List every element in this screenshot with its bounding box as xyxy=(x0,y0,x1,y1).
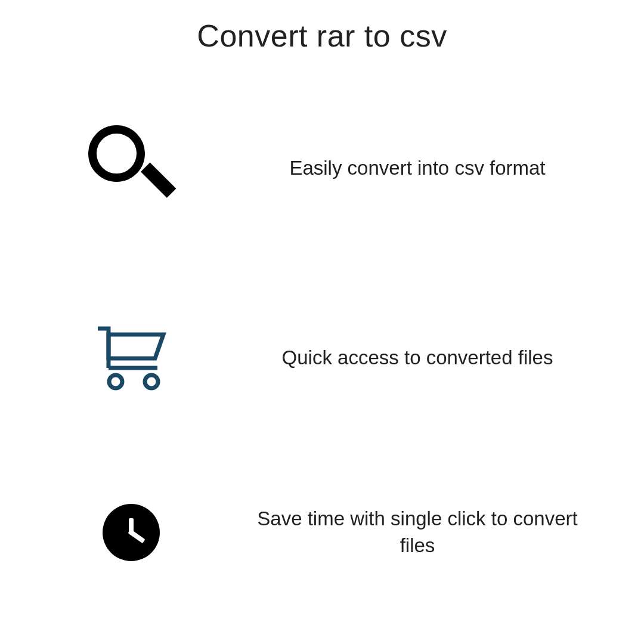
icon-cell xyxy=(36,504,227,561)
feature-row: Quick access to converted files xyxy=(36,325,608,391)
svg-point-2 xyxy=(109,375,122,388)
page-title: Convert rar to csv xyxy=(36,18,608,54)
feature-row: Easily convert into csv format xyxy=(36,125,608,212)
svg-point-3 xyxy=(145,375,158,388)
page-container: Convert rar to csv Easily convert into c… xyxy=(0,0,644,644)
icon-cell xyxy=(36,325,227,391)
search-icon xyxy=(88,125,175,212)
feature-text: Easily convert into csv format xyxy=(227,155,608,182)
cart-icon xyxy=(95,325,167,391)
clock-icon xyxy=(103,504,160,561)
feature-text: Save time with single click to convert f… xyxy=(227,506,608,559)
icon-cell xyxy=(36,125,227,212)
feature-row: Save time with single click to convert f… xyxy=(36,504,608,561)
svg-marker-0 xyxy=(109,335,163,358)
feature-text: Quick access to converted files xyxy=(227,345,608,371)
